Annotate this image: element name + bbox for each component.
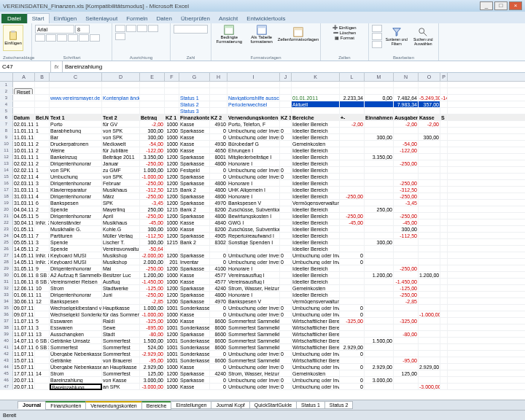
cell[interactable] xyxy=(394,384,419,389)
cell[interactable]: 11.07.11 xyxy=(13,351,35,357)
cell[interactable] xyxy=(440,318,448,324)
cell[interactable] xyxy=(340,180,365,186)
cell[interactable]: 10.01.11 xyxy=(13,147,35,153)
cell[interactable]: 300,00 xyxy=(140,134,165,140)
cell[interactable]: Sommerfest xyxy=(102,344,140,350)
row-header[interactable]: 4 xyxy=(0,101,13,107)
cell[interactable]: Ideeller Bereich xyxy=(292,272,340,278)
cell[interactable]: 2.233,34 xyxy=(340,95,365,101)
row-header[interactable]: 1 xyxy=(0,82,13,88)
cell[interactable]: Sparkasse xyxy=(179,200,210,206)
ribbon-tab-start[interactable]: Start xyxy=(27,13,50,23)
underline-button[interactable] xyxy=(57,34,67,42)
cell[interactable] xyxy=(419,206,440,212)
cell[interactable]: Sommerfest xyxy=(50,344,102,350)
cell[interactable]: Honorare I xyxy=(228,160,280,166)
cell[interactable]: -2.929,00 xyxy=(140,351,165,357)
row-header[interactable]: 31 xyxy=(0,279,13,284)
cell[interactable] xyxy=(340,239,365,245)
cell[interactable]: 0 xyxy=(280,252,292,258)
cell[interactable]: Februar xyxy=(102,180,140,186)
cell[interactable]: 0 xyxy=(210,311,228,317)
cell[interactable] xyxy=(365,351,394,357)
cell[interactable]: Sommerfest Sammelkto W xyxy=(228,344,280,350)
cell[interactable]: Umbuchung oder Investition xyxy=(228,252,280,258)
cell[interactable] xyxy=(419,174,440,179)
col-header[interactable]: J xyxy=(280,73,292,81)
cell[interactable]: Sparkasse xyxy=(179,193,210,199)
cell[interactable]: 05.05.11 xyxy=(13,239,35,245)
cell[interactable]: 0 xyxy=(210,167,228,173)
cell[interactable]: 3 xyxy=(35,239,50,245)
cell[interactable]: 0 xyxy=(340,384,365,389)
cell[interactable] xyxy=(394,364,419,370)
cell[interactable]: 0 xyxy=(280,259,292,265)
cell[interactable] xyxy=(35,88,50,94)
cell[interactable]: 0 xyxy=(340,311,365,317)
cell[interactable]: Bank 2 xyxy=(179,206,210,212)
cell[interactable] xyxy=(50,88,102,94)
cell[interactable]: Juni xyxy=(102,292,140,298)
cell[interactable]: Spende xyxy=(50,206,102,212)
cell[interactable]: Bankspesen V xyxy=(228,200,280,206)
cell[interactable]: 1200 xyxy=(165,167,179,173)
cell[interactable]: Honorare I xyxy=(228,180,280,186)
sheet-tab[interactable]: Status 1 xyxy=(296,401,325,409)
cell[interactable] xyxy=(365,311,394,317)
cell[interactable]: 10.01.11 xyxy=(13,141,35,147)
cell[interactable]: 0 xyxy=(210,174,228,179)
row-header[interactable]: 39 xyxy=(0,331,13,337)
cell[interactable] xyxy=(419,344,440,350)
cell[interactable]: 1001 xyxy=(165,344,179,350)
cell[interactable]: 4800 xyxy=(210,292,228,298)
cell[interactable]: 1000 xyxy=(165,141,179,147)
cell[interactable]: Sommerfest xyxy=(102,338,140,343)
cell[interactable]: -54,00 xyxy=(140,141,165,147)
cell[interactable] xyxy=(365,370,394,376)
cell[interactable]: 6 SB 3 xyxy=(35,344,50,350)
cell[interactable]: Gemeinkosten xyxy=(292,141,340,147)
col-header[interactable]: I xyxy=(228,73,280,81)
cell[interactable] xyxy=(394,246,419,252)
cell[interactable]: 1200 xyxy=(165,174,179,179)
cell[interactable] xyxy=(440,377,448,383)
cell[interactable] xyxy=(440,134,448,140)
cell[interactable]: -5.249,30 xyxy=(419,95,440,101)
cell[interactable] xyxy=(280,219,292,225)
cell[interactable]: Mitgliederbeiträge I xyxy=(228,154,280,160)
fill-color-button[interactable] xyxy=(79,34,89,42)
cell[interactable] xyxy=(365,324,394,330)
cell[interactable] xyxy=(210,108,228,114)
cell[interactable] xyxy=(340,134,365,140)
cell[interactable]: Ausgaben xyxy=(394,114,419,120)
cell[interactable] xyxy=(340,246,365,252)
cell[interactable] xyxy=(365,174,394,179)
cell[interactable]: 20.07.11 xyxy=(13,384,35,389)
cell[interactable]: 0,00 xyxy=(365,95,394,101)
row-header[interactable]: 22 xyxy=(0,219,13,225)
cell[interactable]: -325,00 xyxy=(394,318,419,324)
row-header[interactable]: 23 xyxy=(0,226,13,232)
cell[interactable] xyxy=(280,344,292,350)
cell[interactable] xyxy=(35,226,50,232)
cell[interactable]: Wechselgeldbestand von xyxy=(50,305,102,311)
cell[interactable]: -45,00 xyxy=(140,219,165,225)
cell[interactable]: Sparkasse xyxy=(179,128,210,133)
cell[interactable]: 0 xyxy=(340,351,365,357)
cell[interactable]: Ausschangken xyxy=(50,331,102,337)
cell[interactable]: an SPK xyxy=(102,384,140,389)
cell[interactable]: 1.200,00 xyxy=(365,272,394,278)
row-header[interactable]: 32 xyxy=(0,285,13,291)
cell[interactable] xyxy=(210,82,228,88)
cell[interactable]: 125,00 xyxy=(394,370,419,376)
cell[interactable]: Ideeller Bereich xyxy=(292,246,340,252)
cell[interactable] xyxy=(440,311,448,317)
cell[interactable] xyxy=(394,82,419,88)
cell[interactable]: Bel.Nr. xyxy=(35,114,50,120)
cell[interactable]: Lischer T. xyxy=(102,239,140,245)
cell[interactable] xyxy=(419,108,440,114)
cell[interactable] xyxy=(440,160,448,166)
cell[interactable] xyxy=(365,82,394,88)
cell[interactable]: 11.06.11 xyxy=(13,279,35,284)
cell[interactable] xyxy=(228,82,280,88)
